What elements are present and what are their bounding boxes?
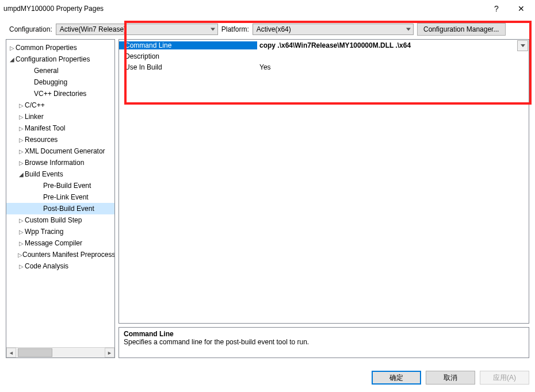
tree-item-label: Resources	[25, 136, 58, 144]
tree-item[interactable]: ▷Custom Build Step	[6, 214, 114, 226]
tree-item[interactable]: ▷Counters Manifest Preprocessor	[6, 249, 114, 260]
tree-item[interactable]: ▷C/C++	[6, 99, 114, 111]
cancel-button[interactable]: 取消	[426, 371, 475, 385]
chevron-down-icon	[521, 44, 525, 47]
tree-item[interactable]: ▷Message Compiler	[6, 237, 114, 249]
description-panel: Command Line Specifies a command line fo…	[119, 327, 529, 358]
tree-item[interactable]: General	[6, 65, 114, 76]
property-name: Description	[119, 52, 257, 60]
dialog-buttons: 确定 取消 应用(A)	[0, 364, 535, 385]
tree-item[interactable]: ▷XML Document Generator	[6, 145, 114, 157]
tree-item-label: Linker	[25, 113, 44, 121]
tree-item[interactable]: ▷Browse Information	[6, 157, 114, 168]
description-text: Specifies a command line for the post-bu…	[124, 338, 524, 346]
platform-value: Active(x64)	[257, 25, 291, 33]
expand-closed-icon[interactable]: ▷	[18, 148, 25, 155]
expand-closed-icon[interactable]: ▷	[18, 160, 25, 166]
description-title: Command Line	[124, 330, 524, 338]
value-dropdown-button[interactable]	[517, 40, 528, 51]
configuration-label: Configuration:	[9, 25, 52, 33]
expand-closed-icon[interactable]: ▷	[18, 137, 25, 143]
tree-item[interactable]: ◢Build Events	[6, 168, 114, 180]
tree-item[interactable]: ▷Resources	[6, 134, 114, 145]
configuration-manager-button[interactable]: Configuration Manager...	[417, 23, 506, 36]
help-button[interactable]: ?	[485, 0, 508, 17]
tree-item[interactable]: ◢Configuration Properties	[6, 53, 114, 65]
configuration-value: Active(Win7 Release)	[60, 25, 126, 33]
tree-item[interactable]: Pre-Build Event	[6, 180, 114, 191]
tree-item[interactable]: ▷Linker	[6, 111, 114, 122]
tree-item-label: VC++ Directories	[34, 90, 86, 98]
property-row[interactable]: Command Linecopy .\x64\Win7Release\MY100…	[119, 40, 529, 51]
property-name: Command Line	[119, 41, 257, 49]
tree-item[interactable]: Pre-Link Event	[6, 191, 114, 203]
tree-item-label: General	[34, 67, 59, 75]
chevron-down-icon	[211, 28, 215, 31]
expand-closed-icon[interactable]: ▷	[18, 217, 25, 224]
configuration-combo[interactable]: Active(Win7 Release)	[56, 24, 218, 35]
ok-button[interactable]: 确定	[372, 371, 421, 385]
tree-item-label: Pre-Build Event	[43, 182, 91, 190]
close-icon: ✕	[518, 4, 525, 13]
property-value[interactable]: copy .\x64\Win7Release\MY100000M.DLL .\x…	[257, 41, 529, 49]
tree-item-label: Common Properties	[16, 44, 77, 52]
tree-item-label: Code Analysis	[25, 262, 68, 270]
tree-list[interactable]: ▷Common Properties◢Configuration Propert…	[6, 40, 114, 347]
expand-closed-icon[interactable]: ▷	[18, 102, 25, 109]
title-bar: umpdMY100000 Property Pages ? ✕	[0, 0, 535, 17]
tree-item[interactable]: VC++ Directories	[6, 88, 114, 99]
tree-item-label: Wpp Tracing	[25, 228, 63, 236]
expand-closed-icon[interactable]: ▷	[9, 45, 16, 51]
tree-item-label: Debugging	[34, 78, 67, 86]
help-icon: ?	[494, 4, 499, 13]
tree-item[interactable]: ▷Wpp Tracing	[6, 226, 114, 237]
tree-item-label: C/C++	[25, 101, 45, 109]
expand-open-icon[interactable]: ◢	[9, 56, 16, 63]
scroll-left-arrow[interactable]: ◄	[6, 348, 16, 358]
right-pane: Command Linecopy .\x64\Win7Release\MY100…	[119, 39, 529, 358]
tree-item-label: Counters Manifest Preprocessor	[22, 251, 114, 259]
property-grid[interactable]: Command Linecopy .\x64\Win7Release\MY100…	[119, 39, 529, 324]
property-row[interactable]: Description	[119, 51, 529, 62]
tree-item[interactable]: ▷Code Analysis	[6, 260, 114, 272]
window-title: umpdMY100000 Property Pages	[3, 5, 104, 13]
tree-item[interactable]: ▷Common Properties	[6, 42, 114, 53]
scroll-thumb[interactable]	[18, 348, 52, 357]
apply-button: 应用(A)	[480, 371, 529, 385]
tree-item-label: Custom Build Step	[25, 216, 82, 224]
category-tree: ▷Common Properties◢Configuration Propert…	[6, 39, 115, 358]
expand-closed-icon[interactable]: ▷	[18, 229, 25, 235]
horizontal-scrollbar[interactable]: ◄ ►	[6, 347, 114, 358]
close-button[interactable]: ✕	[508, 0, 534, 17]
window-controls: ? ✕	[485, 0, 534, 17]
tree-item-label: Configuration Properties	[16, 55, 90, 63]
property-value[interactable]: Yes	[257, 63, 529, 71]
top-bar: Configuration: Active(Win7 Release) Plat…	[0, 17, 535, 39]
body-area: ▷Common Properties◢Configuration Propert…	[0, 39, 535, 364]
tree-item-label: Post-Build Event	[43, 205, 94, 213]
tree-item-label: Manifest Tool	[25, 124, 65, 132]
tree-item-label: XML Document Generator	[25, 147, 105, 155]
tree-item-label: Pre-Link Event	[43, 193, 89, 201]
tree-item-label: Message Compiler	[25, 239, 82, 247]
chevron-down-icon	[406, 28, 411, 31]
tree-item-label: Browse Information	[25, 159, 84, 167]
platform-label: Platform:	[221, 25, 249, 33]
property-row[interactable]: Use In BuildYes	[119, 62, 529, 72]
expand-closed-icon[interactable]: ▷	[18, 252, 22, 258]
tree-item[interactable]: Debugging	[6, 76, 114, 88]
scroll-right-arrow[interactable]: ►	[105, 348, 114, 358]
expand-open-icon[interactable]: ◢	[18, 171, 25, 178]
expand-closed-icon[interactable]: ▷	[18, 240, 25, 247]
platform-combo[interactable]: Active(x64)	[253, 24, 414, 35]
property-name: Use In Build	[119, 63, 257, 71]
expand-closed-icon[interactable]: ▷	[18, 263, 25, 270]
tree-item-label: Build Events	[25, 170, 63, 178]
expand-closed-icon[interactable]: ▷	[18, 114, 25, 120]
expand-closed-icon[interactable]: ▷	[18, 125, 25, 132]
tree-item[interactable]: Post-Build Event	[6, 203, 114, 214]
tree-item[interactable]: ▷Manifest Tool	[6, 122, 114, 134]
